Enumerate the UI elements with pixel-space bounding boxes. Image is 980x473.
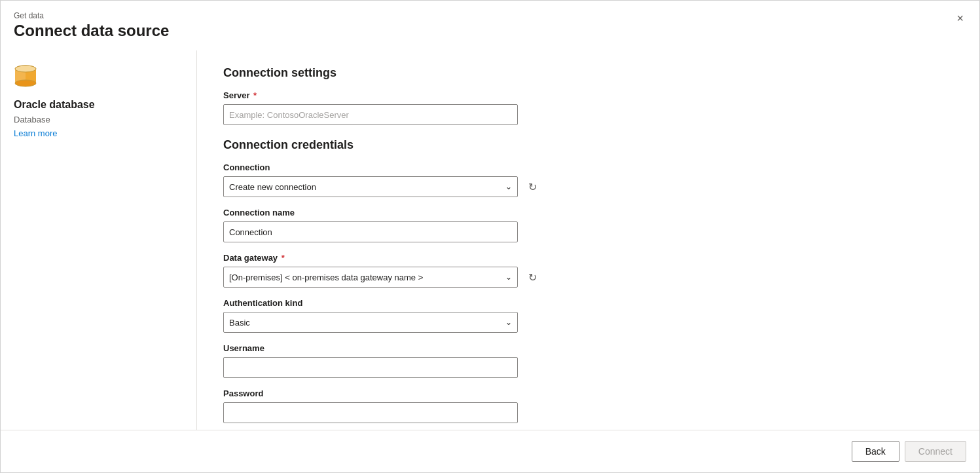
connection-dropdown-wrapper: Create new connection ⌄ ↻ (223, 176, 953, 197)
close-button[interactable]: × (951, 10, 969, 27)
gateway-required-star: * (279, 253, 285, 263)
auth-chevron-icon: ⌄ (505, 318, 512, 327)
gateway-refresh-button[interactable]: ↻ (523, 268, 541, 286)
learn-more-link[interactable]: Learn more (14, 128, 183, 138)
auth-kind-dropdown[interactable]: Basic ⌄ (223, 312, 518, 333)
username-group: Username (223, 343, 953, 378)
db-name: Oracle database (14, 99, 183, 111)
auth-kind-selected-value: Basic (229, 318, 250, 328)
connection-group: Connection Create new connection ⌄ ↻ (223, 162, 953, 197)
connection-name-label: Connection name (223, 208, 953, 218)
connection-selected-value: Create new connection (229, 182, 316, 192)
auth-kind-group: Authentication kind Basic ⌄ (223, 298, 953, 333)
db-type: Database (14, 115, 183, 124)
data-gateway-dropdown[interactable]: [On-premises] < on-premises data gateway… (223, 267, 518, 288)
dialog-footer: Back Connect (1, 430, 979, 472)
data-gateway-selected-value: [On-premises] < on-premises data gateway… (229, 273, 423, 282)
data-gateway-group: Data gateway * [On-premises] < on-premis… (223, 253, 953, 288)
password-label: Password (223, 388, 953, 398)
username-input[interactable] (223, 357, 518, 378)
connection-refresh-button[interactable]: ↻ (523, 178, 541, 196)
connection-name-group: Connection name (223, 208, 953, 242)
connection-name-input[interactable] (223, 221, 518, 242)
connection-settings-title: Connection settings (223, 66, 953, 80)
data-gateway-dropdown-wrapper: [On-premises] < on-premises data gateway… (223, 267, 953, 288)
server-input[interactable] (223, 104, 518, 125)
gateway-chevron-icon: ⌄ (505, 273, 512, 282)
auth-kind-label: Authentication kind (223, 298, 953, 308)
svg-point-4 (15, 66, 36, 72)
svg-point-3 (15, 80, 36, 86)
password-input[interactable] (223, 402, 518, 423)
server-group: Server * (223, 90, 953, 125)
username-label: Username (223, 343, 953, 353)
dialog-title: Connect data source (14, 22, 966, 40)
main-content: Connection settings Server * Connection … (197, 50, 979, 430)
sidebar: Oracle database Database Learn more (1, 50, 197, 430)
password-group: Password (223, 388, 953, 423)
dialog-subtitle: Get data (14, 11, 966, 20)
dialog-header: Get data Connect data source (1, 1, 979, 50)
connection-credentials-title: Connection credentials (223, 138, 953, 152)
oracle-db-icon (14, 64, 37, 90)
back-button[interactable]: Back (852, 441, 899, 462)
connect-button[interactable]: Connect (905, 441, 966, 462)
server-label: Server * (223, 90, 953, 100)
dialog-body: Oracle database Database Learn more Conn… (1, 50, 979, 430)
connection-chevron-icon: ⌄ (505, 182, 512, 191)
connection-dropdown[interactable]: Create new connection ⌄ (223, 176, 518, 197)
data-gateway-label: Data gateway * (223, 253, 953, 263)
server-required-star: * (251, 90, 257, 100)
dialog: Get data Connect data source × (0, 0, 980, 473)
connection-label: Connection (223, 162, 953, 172)
